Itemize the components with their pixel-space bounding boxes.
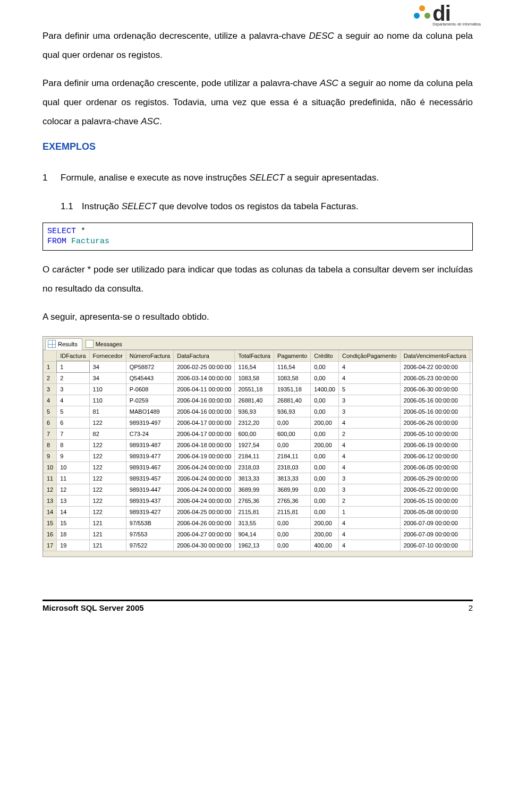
results-grid[interactable]: IDFacturaFornecedorNúmeroFacturaDataFact… [43,350,472,551]
grid-icon [48,340,56,348]
logo-dots-icon [415,5,431,21]
table-row[interactable]: 66122989319-4972006-04-17 00:00:002312,2… [44,417,473,428]
logo-subtitle: Departamento de Informática [432,22,481,26]
table-row[interactable]: 161812197/5532006-04-27 00:00:00904,140,… [44,528,473,540]
column-header[interactable]: IDFactura [57,350,89,361]
tabs-row: Results Messages [43,337,472,350]
paragraph-4: A seguir, apresenta-se o resultado obtid… [42,307,473,327]
paragraph-1: Para definir uma ordenação decrescente, … [42,27,473,64]
column-header[interactable]: DataVencimentoFactura [400,350,470,361]
results-grid-wrap[interactable]: IDFacturaFornecedorNúmeroFacturaDataFact… [43,350,472,551]
column-header[interactable]: Pagamento [274,350,310,361]
footer: Microsoft SQL Server 2005 2 [42,600,473,612]
table-row[interactable]: 171912197/5222006-04-30 00:00:001962,130… [44,540,473,551]
column-header[interactable]: DataFactura [174,350,235,361]
table-row[interactable]: 33110P-06082006-04-11 00:00:0020551,1819… [44,383,473,395]
table-row[interactable]: 88122989319-4872006-04-18 00:00:001927,5… [44,439,473,450]
footer-left: Microsoft SQL Server 2005 [42,603,144,612]
table-row[interactable]: 151512197/553B2006-04-26 00:00:00313,550… [44,517,473,528]
column-header[interactable]: CondiçãoPagamento [338,350,400,361]
table-row[interactable]: 7782C73-242006-04-17 00:00:00600,00600,0… [44,428,473,439]
table-row[interactable]: 1414122989319-4272006-04-25 00:00:002115… [44,506,473,517]
table-row[interactable]: 1212122989319-4472006-04-24 00:00:003689… [44,484,473,495]
tab-results[interactable]: Results [45,338,82,350]
logo: di Departamento de Informática [415,4,481,26]
table-row[interactable]: 1134QP588722006-02-25 00:00:00116,54116,… [44,361,473,372]
table-row[interactable]: 1313122989319-4372006-04-24 00:00:002765… [44,495,473,506]
table-row[interactable]: 5581MABO14892006-04-16 00:00:00936,93936… [44,406,473,417]
list-item-1: 1 Formule, analise e execute as nove ins… [42,168,473,187]
paragraph-3: O carácter * pode ser utilizado para ind… [42,260,473,298]
column-header[interactable]: Fornecedor [89,350,126,361]
table-row[interactable]: 1010122989319-4672006-04-24 00:00:002318… [44,461,473,473]
column-header[interactable]: Crédito [311,350,339,361]
table-row[interactable]: 44110P-02592006-04-16 00:00:0026881,4026… [44,395,473,406]
table-row[interactable]: 1111122989319-4572006-04-24 00:00:003813… [44,473,473,484]
column-header[interactable] [44,350,57,361]
scrollbar-stub[interactable] [43,551,472,557]
code-block: SELECT * FROM Facturas [42,223,473,251]
logo-text: di [432,4,481,22]
paragraph-2: Para definir uma ordenação crescente, po… [42,74,473,131]
footer-page-number: 2 [469,603,473,612]
column-header[interactable]: NúmeroFactura [126,350,173,361]
message-icon [86,340,94,348]
column-header[interactable]: TotalFactura [235,350,274,361]
list-item-1-1: 1.1 Instrução SELECT que devolve todos o… [61,197,473,216]
results-panel: Results Messages IDFacturaFornecedorNúme… [42,336,473,557]
tab-messages[interactable]: Messages [83,339,126,349]
column-header[interactable]: DataPagamento [470,350,472,361]
table-row[interactable]: 2234Q5454432006-03-14 00:00:001083,58108… [44,372,473,383]
heading-exemplos: EXEMPLOS [42,141,473,152]
table-row[interactable]: 99122989319-4772006-04-19 00:00:002184,1… [44,450,473,461]
